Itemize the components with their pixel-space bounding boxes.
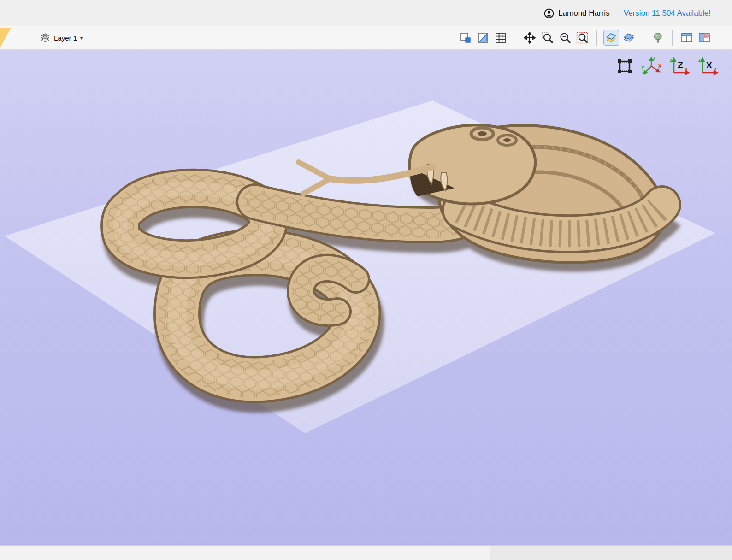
isometric-view-button[interactable]: Z Y X — [641, 56, 662, 77]
multi-sided-view-button[interactable] — [621, 30, 636, 45]
side-view-button[interactable]: X z y — [698, 56, 719, 77]
material-preview-icon — [652, 32, 664, 44]
snap-options-button[interactable] — [476, 30, 490, 45]
user-name: Lamond Harris — [558, 9, 610, 18]
3d-viewport[interactable]: Z Y X Z z x — [0, 50, 732, 545]
zoom-selected-icon — [576, 32, 588, 44]
svg-text:Z: Z — [653, 56, 655, 61]
select-objects-icon — [460, 32, 472, 44]
user-icon — [544, 8, 554, 18]
status-bar-left — [0, 546, 490, 560]
chevron-down-icon: ▾ — [80, 35, 83, 41]
select-objects-button[interactable] — [458, 30, 473, 45]
toggle-2d-3d-view-button[interactable] — [604, 30, 619, 45]
view-toolbar: Layer 1 ▾ — [0, 26, 732, 50]
zoom-box-button[interactable] — [540, 30, 555, 45]
side-view-icon: X z y — [698, 56, 719, 77]
multi-sided-view-icon — [623, 32, 635, 44]
layers-icon — [40, 32, 51, 43]
front-view-button[interactable]: Z z x — [669, 56, 691, 77]
toolbar-icon-group — [458, 30, 732, 46]
snap-options-icon — [477, 32, 489, 44]
tile-windows-2d-3d-button[interactable] — [679, 30, 694, 45]
fit-to-material-icon — [616, 58, 633, 75]
tab-corner-decoration — [0, 28, 11, 48]
svg-text:X: X — [658, 64, 661, 69]
svg-text:x: x — [685, 67, 688, 72]
zoom-interactive-button[interactable] — [557, 30, 572, 45]
zoom-icon — [559, 32, 571, 44]
zoom-box-icon — [541, 32, 553, 44]
svg-text:z: z — [670, 58, 672, 63]
material-preview-button[interactable] — [650, 30, 665, 45]
toolbar-separator — [515, 30, 515, 46]
version-update-link[interactable]: Version 11.504 Available! — [624, 9, 711, 18]
3d-scene — [0, 50, 732, 545]
grid-icon — [495, 32, 507, 44]
status-bar-right — [490, 546, 732, 560]
svg-text:y: y — [714, 67, 716, 72]
tile-windows-vertical-icon — [698, 32, 710, 44]
tile-windows-horizontal-icon — [681, 32, 693, 44]
fit-to-material-button[interactable] — [616, 58, 633, 75]
user-account-button[interactable]: Lamond Harris — [544, 8, 610, 18]
toolbar-separator — [643, 30, 643, 46]
application-window: Lamond Harris Version 11.504 Available! … — [0, 0, 732, 560]
toolbar-separator — [672, 30, 673, 46]
toolbar-separator — [596, 30, 597, 46]
zoom-selected-button[interactable] — [575, 30, 590, 45]
front-view-icon: Z z x — [669, 56, 691, 77]
svg-text:X: X — [706, 60, 712, 70]
layer-dropdown[interactable]: Layer 1 ▾ — [40, 32, 83, 43]
status-bar — [0, 545, 732, 560]
toggle-2d-3d-icon — [605, 32, 617, 44]
tile-windows-vertical-button[interactable] — [697, 30, 712, 45]
pan-view-button[interactable] — [522, 30, 537, 45]
view-orientation-controls: Z Y X Z z x — [616, 56, 719, 77]
isometric-view-icon: Z Y X — [641, 56, 662, 77]
svg-text:Y: Y — [641, 65, 644, 71]
grid-toggle-button[interactable] — [493, 30, 508, 45]
svg-text:Z: Z — [678, 60, 683, 70]
active-layer-label: Layer 1 — [54, 34, 77, 42]
svg-text:z: z — [698, 58, 701, 63]
top-bar: Lamond Harris Version 11.504 Available! — [0, 0, 732, 26]
pan-icon — [524, 32, 536, 44]
